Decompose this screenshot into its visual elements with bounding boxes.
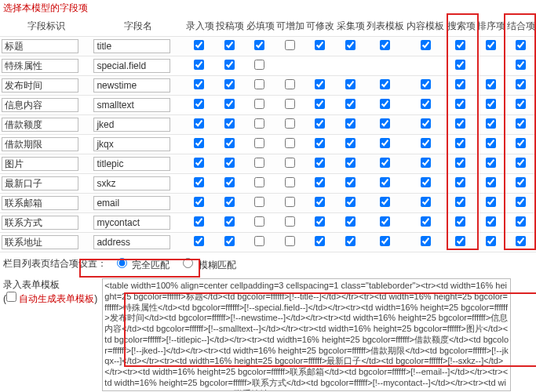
field-checkbox[interactable] [254, 99, 264, 109]
field-checkbox[interactable] [194, 138, 204, 148]
field-checkbox[interactable] [285, 216, 295, 227]
field-checkbox[interactable] [194, 79, 204, 89]
field-checkbox[interactable] [224, 79, 235, 89]
field-checkbox[interactable] [285, 118, 295, 129]
field-checkbox[interactable] [380, 197, 390, 207]
field-name-input[interactable] [93, 39, 170, 53]
field-checkbox[interactable] [455, 197, 465, 207]
field-checkbox[interactable] [486, 79, 496, 89]
field-checkbox[interactable] [516, 99, 526, 109]
field-checkbox[interactable] [254, 118, 264, 129]
field-checkbox[interactable] [224, 236, 235, 246]
field-checkbox[interactable] [315, 236, 325, 246]
field-checkbox[interactable] [315, 197, 325, 207]
field-checkbox[interactable] [516, 79, 526, 89]
field-checkbox[interactable] [254, 158, 264, 168]
field-checkbox[interactable] [224, 216, 235, 227]
field-name-input[interactable] [93, 98, 170, 112]
field-checkbox[interactable] [516, 118, 526, 129]
field-checkbox[interactable] [315, 118, 325, 129]
field-checkbox[interactable] [486, 236, 496, 246]
field-checkbox[interactable] [516, 158, 526, 168]
field-checkbox[interactable] [516, 197, 526, 207]
field-checkbox[interactable] [486, 158, 496, 168]
field-name-input[interactable] [93, 196, 170, 210]
field-checkbox[interactable] [315, 177, 325, 187]
field-checkbox[interactable] [421, 79, 431, 89]
field-checkbox[interactable] [194, 197, 204, 207]
field-id-input[interactable] [2, 216, 78, 230]
auto-generate-checkbox[interactable]: 自动生成表单模板 [6, 293, 94, 304]
field-checkbox[interactable] [516, 177, 526, 187]
field-checkbox[interactable] [254, 40, 264, 50]
field-checkbox[interactable] [285, 138, 295, 148]
field-checkbox[interactable] [194, 236, 204, 246]
field-checkbox[interactable] [380, 236, 390, 246]
field-checkbox[interactable] [421, 236, 431, 246]
field-checkbox[interactable] [380, 40, 390, 50]
field-checkbox[interactable] [486, 177, 496, 187]
field-checkbox[interactable] [345, 216, 356, 227]
field-id-input[interactable] [2, 157, 78, 171]
field-checkbox[interactable] [380, 158, 390, 168]
field-checkbox[interactable] [421, 158, 431, 168]
template-code-textarea[interactable] [102, 278, 511, 391]
field-checkbox[interactable] [345, 138, 356, 148]
field-name-input[interactable] [93, 157, 170, 171]
field-checkbox[interactable] [194, 40, 204, 50]
field-checkbox[interactable] [254, 236, 264, 246]
field-checkbox[interactable] [254, 216, 264, 227]
field-checkbox[interactable] [315, 99, 325, 109]
field-checkbox[interactable] [315, 40, 325, 50]
field-name-input[interactable] [93, 176, 170, 191]
field-checkbox[interactable] [486, 197, 496, 207]
field-checkbox[interactable] [421, 40, 431, 50]
field-checkbox[interactable] [224, 177, 235, 187]
field-checkbox[interactable] [455, 60, 465, 70]
field-checkbox[interactable] [421, 216, 431, 227]
field-checkbox[interactable] [224, 118, 235, 129]
field-checkbox[interactable] [224, 158, 235, 168]
field-checkbox[interactable] [516, 216, 526, 227]
field-name-input[interactable] [93, 78, 170, 93]
field-checkbox[interactable] [345, 158, 356, 168]
field-checkbox[interactable] [194, 177, 204, 187]
field-checkbox[interactable] [224, 138, 235, 148]
field-checkbox[interactable] [194, 158, 204, 168]
field-checkbox[interactable] [380, 177, 390, 187]
field-checkbox[interactable] [421, 177, 431, 187]
field-checkbox[interactable] [421, 118, 431, 129]
field-checkbox[interactable] [345, 177, 356, 187]
field-id-input[interactable] [2, 235, 78, 249]
field-checkbox[interactable] [194, 60, 204, 70]
field-checkbox[interactable] [315, 158, 325, 168]
field-checkbox[interactable] [254, 60, 264, 70]
field-checkbox[interactable] [380, 79, 390, 89]
field-checkbox[interactable] [194, 99, 204, 109]
field-checkbox[interactable] [516, 40, 526, 50]
field-checkbox[interactable] [285, 79, 295, 89]
field-checkbox[interactable] [345, 99, 356, 109]
field-checkbox[interactable] [421, 138, 431, 148]
field-checkbox[interactable] [345, 79, 356, 89]
field-checkbox[interactable] [224, 99, 235, 109]
field-checkbox[interactable] [315, 216, 325, 227]
field-checkbox[interactable] [486, 118, 496, 129]
field-checkbox[interactable] [345, 118, 356, 129]
field-checkbox[interactable] [380, 99, 390, 109]
field-checkbox[interactable] [224, 40, 235, 50]
field-id-input[interactable] [2, 98, 78, 112]
field-checkbox[interactable] [285, 236, 295, 246]
field-checkbox[interactable] [285, 40, 295, 50]
field-checkbox[interactable] [285, 177, 295, 187]
field-checkbox[interactable] [455, 118, 465, 129]
field-checkbox[interactable] [285, 197, 295, 207]
field-name-input[interactable] [93, 235, 170, 249]
field-id-input[interactable] [2, 59, 78, 73]
field-checkbox[interactable] [254, 79, 264, 89]
field-name-input[interactable] [93, 59, 170, 73]
field-checkbox[interactable] [455, 236, 465, 246]
field-checkbox[interactable] [516, 236, 526, 246]
combine-opt-full[interactable]: 完全匹配 [113, 256, 170, 272]
field-checkbox[interactable] [486, 99, 496, 109]
